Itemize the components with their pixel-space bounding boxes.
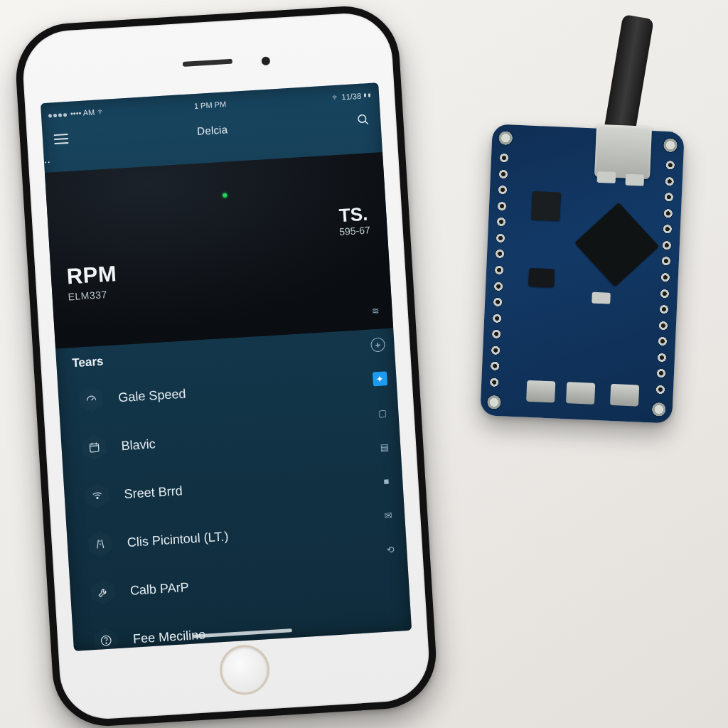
- twitter-icon[interactable]: ✦: [373, 371, 387, 386]
- ts-value: 595-67: [339, 224, 370, 237]
- card-icon[interactable]: ▢: [375, 405, 390, 420]
- search-button[interactable]: [356, 112, 370, 129]
- sync-icon[interactable]: ⟲: [383, 542, 398, 557]
- menu-item-label: Sreet Brrd: [124, 483, 183, 502]
- app-title: Delcia: [197, 123, 228, 137]
- note-icon[interactable]: ▤: [377, 439, 392, 454]
- wifi-icon: [82, 481, 112, 510]
- status-led-icon: [223, 193, 227, 198]
- menu-button[interactable]: [54, 134, 69, 144]
- stack-icon[interactable]: ≋: [368, 303, 383, 318]
- dashboard-panel: TS. 595-67 RPM ELM337: [45, 152, 393, 349]
- earpiece: [183, 58, 232, 66]
- rpm-label: RPM: [66, 261, 117, 289]
- gauge-icon: [76, 384, 106, 414]
- front-camera: [262, 56, 271, 65]
- svg-point-6: [97, 497, 98, 498]
- chat-icon[interactable]: ✉: [381, 508, 396, 523]
- svg-line-1: [365, 122, 368, 124]
- svg-rect-2: [90, 444, 99, 452]
- menu-item-label: Clis Picintoul (LT.): [127, 529, 229, 550]
- menu-list: Gale SpeedBlavicSreet BrrdClis Picintoul…: [57, 353, 412, 651]
- phone: •••• AM ᯤ 1 PM PM ᯤ 11/38 ▮▮ Delcia ··: [13, 3, 439, 728]
- device-label: ELM337: [68, 289, 107, 302]
- svg-point-10: [106, 643, 107, 643]
- hardware-board: [480, 124, 685, 423]
- home-button[interactable]: [218, 643, 271, 696]
- menu-item-label: Blavic: [121, 437, 156, 454]
- menu-item-label: Gale Speed: [118, 386, 186, 405]
- app-screen: •••• AM ᯤ 1 PM PM ᯤ 11/38 ▮▮ Delcia ··: [41, 82, 412, 651]
- menu-item-label: Calb PArP: [129, 579, 189, 598]
- help-icon: [91, 626, 121, 651]
- road-icon: [85, 529, 115, 559]
- svg-line-3: [90, 446, 99, 446]
- photo-scene: •••• AM ᯤ 1 PM PM ᯤ 11/38 ▮▮ Delcia ··: [0, 0, 728, 728]
- square-icon[interactable]: ■: [379, 473, 394, 488]
- ts-label: TS.: [338, 203, 368, 226]
- calendar-icon: [79, 432, 109, 462]
- plus-circle-icon[interactable]: +: [370, 337, 385, 352]
- tool-icon: [88, 577, 118, 607]
